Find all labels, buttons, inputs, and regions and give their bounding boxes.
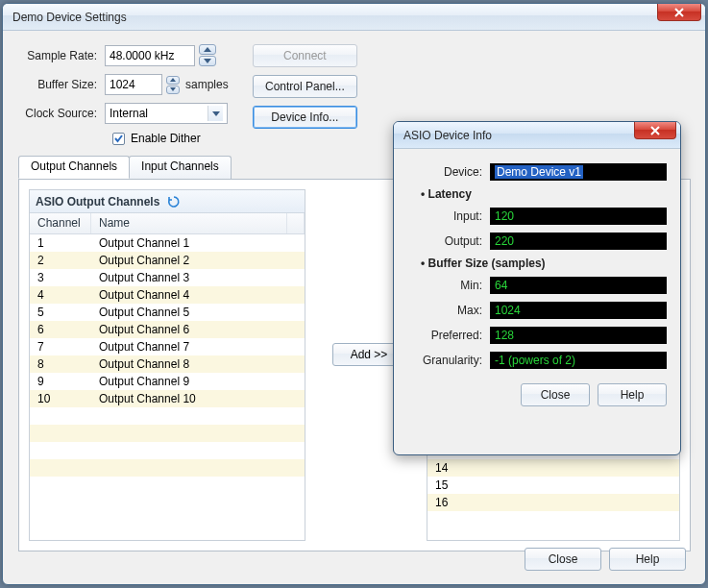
value-max: 1024 xyxy=(490,302,667,319)
table-row[interactable]: 10Output Channel 10 xyxy=(30,390,305,407)
cell-channel: 1 xyxy=(30,236,91,250)
table-row[interactable]: 8Output Channel 8 xyxy=(30,355,305,373)
cell-channel: 15 xyxy=(427,478,489,492)
main-close-button[interactable]: Close xyxy=(525,548,601,571)
sample-rate-value: 48.0000 kHz xyxy=(110,49,174,62)
cell-name: Output Channel 7 xyxy=(91,340,305,354)
output-rows[interactable]: 1Output Channel 12Output Channel 23Outpu… xyxy=(30,234,305,540)
connect-button-label: Connect xyxy=(283,49,327,62)
label-max: Max: xyxy=(407,304,490,317)
table-row-empty xyxy=(30,425,305,442)
main-window-buttons xyxy=(657,4,701,21)
tab-input-channels[interactable]: Input Channels xyxy=(129,156,232,179)
table-row[interactable]: 4Output Channel 4 xyxy=(30,286,305,304)
output-col-headers: Channel Name xyxy=(30,213,305,234)
label-buffer-size: Buffer Size: xyxy=(18,78,105,91)
row-preferred: Preferred: 128 xyxy=(407,324,667,347)
table-row-empty xyxy=(427,511,679,528)
sample-rate-spinner xyxy=(199,44,216,66)
value-granularity: -1 (powers of 2) xyxy=(490,352,667,369)
sample-rate-up-icon[interactable] xyxy=(199,44,216,55)
device-info-button[interactable]: Device Info... xyxy=(253,106,357,129)
col-spacer xyxy=(287,213,305,233)
asio-info-title: ASIO Device Info xyxy=(400,129,492,142)
table-row[interactable]: 3Output Channel 3 xyxy=(30,269,305,286)
value-latency-output: 220 xyxy=(490,233,667,250)
asio-info-help-button[interactable]: Help xyxy=(598,383,667,406)
table-row[interactable]: 1Output Channel 1 xyxy=(30,234,305,252)
refresh-icon[interactable] xyxy=(167,195,181,208)
value-device[interactable]: Demo Device v1 xyxy=(490,163,667,181)
tab-output-channels[interactable]: Output Channels xyxy=(18,156,130,179)
table-row-empty xyxy=(30,477,305,494)
label-clock-source: Clock Source: xyxy=(18,107,105,120)
buffer-size-input[interactable]: 1024 xyxy=(105,74,162,95)
row-latency-output: Output: 220 xyxy=(407,230,667,253)
table-row-empty xyxy=(30,442,305,459)
cell-channel: 8 xyxy=(30,357,91,371)
cell-channel: 5 xyxy=(30,306,91,319)
buffer-size-value: 1024 xyxy=(110,78,135,91)
cell-channel: 2 xyxy=(30,254,91,267)
cell-channel: 3 xyxy=(30,271,91,284)
settings-buttons: Connect Control Panel... Device Info... xyxy=(253,44,357,129)
table-row[interactable]: 7Output Channel 7 xyxy=(30,338,305,355)
sample-rate-input[interactable]: 48.0000 kHz xyxy=(105,45,195,66)
buffer-size-down-icon[interactable] xyxy=(166,86,180,94)
label-preferred: Preferred: xyxy=(407,329,490,342)
cell-name: Output Channel 1 xyxy=(91,236,305,250)
cell-channel: 14 xyxy=(427,461,489,475)
asio-info-titlebar: ASIO Device Info xyxy=(394,122,680,149)
asio-info-close-button[interactable]: Close xyxy=(521,383,590,406)
value-latency-input: 120 xyxy=(490,208,667,225)
cell-name: Output Channel 2 xyxy=(91,254,305,267)
control-panel-button-label: Control Panel... xyxy=(265,80,345,93)
value-device-text: Demo Device v1 xyxy=(495,165,583,179)
table-row[interactable]: 16 xyxy=(427,494,679,511)
label-sample-rate: Sample Rate: xyxy=(18,49,105,62)
main-help-button-label: Help xyxy=(636,552,660,566)
table-row[interactable]: 2Output Channel 2 xyxy=(30,252,305,269)
cell-channel: 6 xyxy=(30,323,91,336)
sample-rate-down-icon[interactable] xyxy=(199,56,216,66)
label-granularity: Granularity: xyxy=(407,354,490,367)
cell-name: Output Channel 10 xyxy=(91,392,305,405)
control-panel-button[interactable]: Control Panel... xyxy=(253,75,357,98)
cell-name: Output Channel 9 xyxy=(91,375,305,388)
add-button-label: Add >> xyxy=(351,348,388,361)
section-buffer-size: Buffer Size (samples) xyxy=(421,257,667,270)
main-titlebar: Demo Device Settings xyxy=(3,4,705,31)
value-min: 64 xyxy=(490,277,667,294)
col-name[interactable]: Name xyxy=(91,213,287,233)
connect-button[interactable]: Connect xyxy=(253,44,357,67)
clock-source-value: Internal xyxy=(110,107,148,120)
main-close-button-label: Close xyxy=(549,552,578,566)
label-device: Device: xyxy=(407,165,490,179)
table-row-empty xyxy=(30,407,305,425)
cell-channel: 4 xyxy=(30,288,91,302)
label-latency-output: Output: xyxy=(407,234,490,248)
enable-dither-checkbox[interactable]: Enable Dither xyxy=(112,132,201,145)
cell-name: Output Channel 6 xyxy=(91,323,305,336)
table-row[interactable]: 14 xyxy=(427,459,679,477)
main-close-icon[interactable] xyxy=(657,4,701,21)
asio-output-title: ASIO Output Channels xyxy=(30,190,305,213)
label-latency-input: Input: xyxy=(407,209,490,223)
table-row[interactable]: 6Output Channel 6 xyxy=(30,321,305,338)
table-row[interactable]: 5Output Channel 5 xyxy=(30,304,305,321)
section-latency: Latency xyxy=(421,187,667,201)
row-granularity: Granularity: -1 (powers of 2) xyxy=(407,349,667,372)
col-channel[interactable]: Channel xyxy=(30,213,91,233)
main-help-button[interactable]: Help xyxy=(609,548,686,571)
label-min: Min: xyxy=(407,279,490,292)
clock-source-select[interactable]: Internal xyxy=(105,103,228,124)
main-bottom-buttons: Close Help xyxy=(525,548,686,571)
asio-info-help-button-label: Help xyxy=(621,388,645,402)
cell-name: Output Channel 3 xyxy=(91,271,305,284)
asio-info-close-icon[interactable] xyxy=(634,122,676,139)
table-row[interactable]: 9Output Channel 9 xyxy=(30,373,305,390)
row-min: Min: 64 xyxy=(407,274,667,297)
table-row[interactable]: 15 xyxy=(427,477,679,494)
buffer-size-up-icon[interactable] xyxy=(166,76,180,85)
asio-info-buttons: Close Help xyxy=(407,383,667,406)
